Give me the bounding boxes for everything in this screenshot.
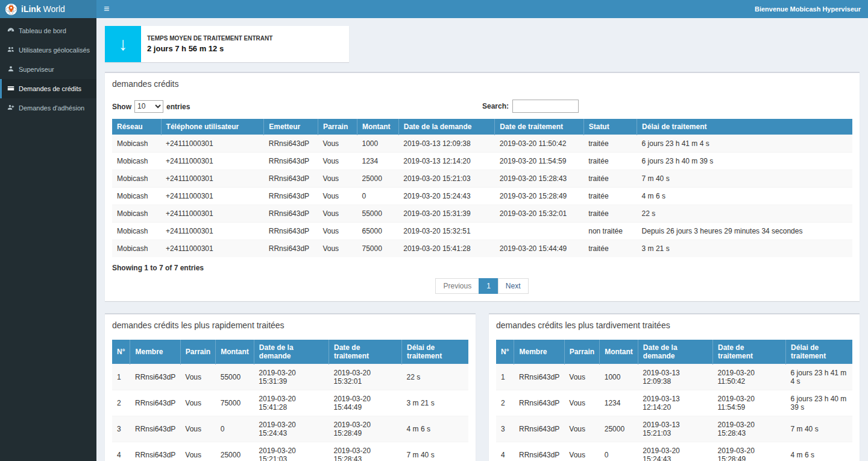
credit-requests-icon <box>7 84 14 93</box>
table-cell: Vous <box>318 135 357 153</box>
sidebar-item-membership-requests[interactable]: Demandes d'adhésion <box>0 98 96 118</box>
hamburger-icon[interactable]: ≡ <box>104 4 109 14</box>
table-cell: 2019-03-20 11:50:42 <box>712 364 785 390</box>
column-header[interactable]: Délai de traitement <box>637 119 852 135</box>
info-box-avg-processing-time: ↓ TEMPS MOYEN DE TRAITEMENT ENTRANT 2 jo… <box>105 26 349 62</box>
table-cell: RRnsi643dP <box>514 442 564 461</box>
sidebar-item-supervisor[interactable]: Superviseur <box>0 60 96 79</box>
table-cell: 75000 <box>357 240 398 258</box>
table-row: 1RRnsi643dPVous550002019-03-20 15:31:392… <box>112 364 468 390</box>
info-box-value: 2 jours 7 h 56 m 12 s <box>147 44 272 53</box>
table-cell: 2019-03-13 12:09:38 <box>638 364 712 390</box>
slowest-processed-panel: demandes crédits les plus tardivement tr… <box>489 313 860 461</box>
column-header[interactable]: Membre <box>130 340 180 364</box>
membership-requests-icon <box>7 104 14 112</box>
table-cell: Vous <box>318 240 357 258</box>
column-header[interactable]: N° <box>496 340 514 364</box>
table-cell: 1000 <box>600 364 638 390</box>
column-header[interactable]: Date de traitement <box>329 340 401 364</box>
column-header[interactable]: Téléphone utilisateur <box>161 119 264 135</box>
table-row: 2RRnsi643dPVous12342019-03-13 12:14:2020… <box>496 390 852 416</box>
page-length-select[interactable]: 10 <box>134 100 163 113</box>
pagination: Previous 1 Next <box>112 278 852 294</box>
column-header[interactable]: Date de traitement <box>712 340 785 364</box>
table-cell: Vous <box>564 416 599 442</box>
column-header[interactable]: Date de la demande <box>254 340 329 364</box>
show-label: Show <box>112 102 131 110</box>
table-cell <box>495 223 583 240</box>
sidebar-item-dashboard[interactable]: Tableau de bord <box>0 21 96 40</box>
column-header[interactable]: Parrain <box>180 340 215 364</box>
table-cell: 2019-03-20 15:24:43 <box>398 188 495 205</box>
table-cell: 7 m 40 s <box>402 442 468 461</box>
pagination-next-button[interactable]: Next <box>498 278 529 294</box>
column-header[interactable]: Montant <box>600 340 638 364</box>
pagination-page-1-button[interactable]: 1 <box>479 278 498 294</box>
table-cell: 4 m 6 s <box>786 442 852 461</box>
column-header[interactable]: Montant <box>216 340 254 364</box>
search-input[interactable] <box>512 100 579 113</box>
sidebar-item-label: Demandes d'adhésion <box>19 104 84 112</box>
fastest-table-body: 1RRnsi643dPVous550002019-03-20 15:31:392… <box>112 364 468 461</box>
table-cell: 1 <box>112 364 130 390</box>
credits-table: RéseauTéléphone utilisateurEmetteurParra… <box>112 119 852 257</box>
table-cell: 25000 <box>600 416 638 442</box>
table-row: Mobicash+24111000301RRnsi643dPVous123420… <box>112 153 852 170</box>
fastest-table: N°MembreParrainMontantDate de la demande… <box>112 340 468 461</box>
table-cell: 2019-03-20 11:54:59 <box>495 153 583 170</box>
table-cell: RRnsi643dP <box>130 416 180 442</box>
table-cell: 2019-03-20 11:50:42 <box>495 135 583 153</box>
table-cell: 4 m 6 s <box>637 188 852 205</box>
table-cell: traitée <box>583 135 637 153</box>
column-header[interactable]: Date de traitement <box>495 119 583 135</box>
table-cell: 2019-03-20 15:31:39 <box>254 364 329 390</box>
table-cell: Vous <box>180 364 215 390</box>
column-header[interactable]: N° <box>112 340 130 364</box>
column-header[interactable]: Statut <box>583 119 637 135</box>
table-cell: 4 m 6 s <box>402 416 468 442</box>
table-cell: 2019-03-20 15:28:43 <box>495 170 583 188</box>
app-root: iLink World Tableau de bord Utilisateurs… <box>0 0 868 461</box>
fastest-processed-panel: demandes crédits les plus rapidement tra… <box>105 313 476 461</box>
column-header[interactable]: Membre <box>514 340 564 364</box>
table-cell: traitée <box>583 240 637 258</box>
column-header[interactable]: Date de la demande <box>398 119 495 135</box>
table-cell: Vous <box>318 223 357 240</box>
search-label: Search: <box>482 102 509 110</box>
table-cell: Vous <box>318 188 357 205</box>
table-cell: 22 s <box>637 205 852 223</box>
table-cell: RRnsi643dP <box>264 135 318 153</box>
table-cell: Mobicash <box>112 223 161 240</box>
table-cell: Vous <box>180 442 215 461</box>
column-header[interactable]: Date de la demande <box>638 340 712 364</box>
content-area: ↓ TEMPS MOYEN DE TRAITEMENT ENTRANT 2 jo… <box>96 18 868 461</box>
column-header[interactable]: Délai de traitement <box>786 340 852 364</box>
sidebar-item-credit-requests[interactable]: Demandes de crédits <box>0 79 96 98</box>
table-cell: 2019-03-20 15:24:43 <box>254 416 329 442</box>
table-cell: RRnsi643dP <box>514 364 564 390</box>
pagination-previous-button[interactable]: Previous <box>435 278 479 294</box>
table-cell: Mobicash <box>112 205 161 223</box>
sidebar-nav: Tableau de bord Utilisateurs géolocalisé… <box>0 18 96 118</box>
table-cell: RRnsi643dP <box>264 240 318 258</box>
table-info: Showing 1 to 7 of 7 entries <box>112 257 852 273</box>
table-cell: 3 m 21 s <box>637 240 852 258</box>
table-cell: Vous <box>564 364 599 390</box>
brand[interactable]: iLink World <box>0 0 96 18</box>
table-header-row: N°MembreParrainMontantDate de la demande… <box>112 340 468 364</box>
column-header[interactable]: Emetteur <box>264 119 318 135</box>
page-length-control: Show10entries <box>112 100 482 113</box>
user-menu[interactable]: Bienvenue Mobicash Hyperviseur <box>755 5 861 13</box>
table-cell: Vous <box>180 416 215 442</box>
column-header[interactable]: Montant <box>357 119 398 135</box>
column-header[interactable]: Parrain <box>318 119 357 135</box>
column-header[interactable]: Réseau <box>112 119 161 135</box>
column-header[interactable]: Délai de traitement <box>402 340 468 364</box>
sidebar-item-geolocated-users[interactable]: Utilisateurs géolocalisés <box>0 40 96 60</box>
table-cell: 4 <box>112 442 130 461</box>
table-cell: 65000 <box>357 223 398 240</box>
table-cell: 2019-03-20 15:41:28 <box>398 240 495 258</box>
credits-panel: demandes crédits Show10entries Search: R… <box>105 72 860 301</box>
column-header[interactable]: Parrain <box>564 340 599 364</box>
table-row: Mobicash+24111000301RRnsi643dPVous02019-… <box>112 188 852 205</box>
